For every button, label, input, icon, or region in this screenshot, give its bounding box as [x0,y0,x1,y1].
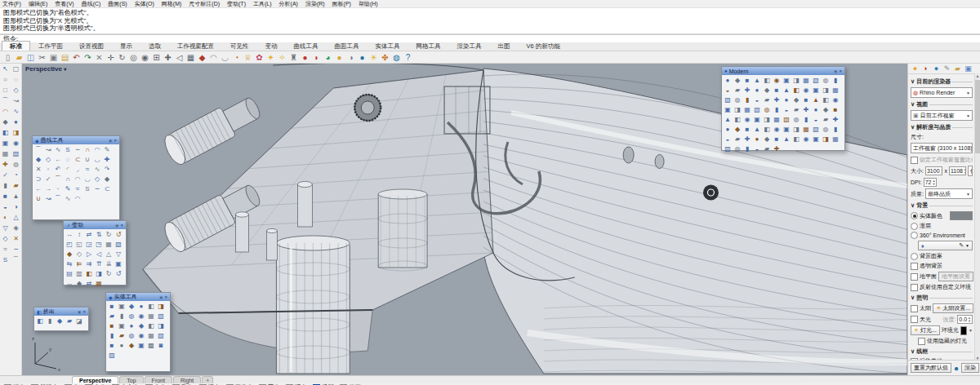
panel-tab[interactable]: ▣ [964,64,973,73]
tool-icon[interactable]: ▦ [831,86,840,95]
tool-icon[interactable]: ● [117,341,127,351]
tool-icon[interactable]: ◆ [821,105,831,115]
tool-icon[interactable]: ◆ [136,321,146,331]
hidden-lights-row[interactable]: 使用隐藏的灯光 [918,337,973,345]
tool-icon[interactable]: ↺ [114,230,123,240]
tool-icon[interactable]: ◐ [0,212,11,223]
toolbar-icon[interactable]: ✧ [277,52,287,63]
tool-icon[interactable]: ◍ [11,159,21,170]
tool-icon[interactable]: ◠ [92,145,102,155]
tool-icon[interactable]: ▮ [117,312,127,321]
tool-icon[interactable]: ◆ [791,95,801,105]
tool-icon[interactable]: ▨ [107,351,117,361]
toolbar-icon[interactable]: ✚ [163,52,173,63]
tool-icon[interactable]: ◈ [11,223,21,233]
tool-icon[interactable]: ⇄ [84,230,94,240]
tool-icon[interactable]: ◪ [74,316,84,326]
tool-icon[interactable]: ◧ [762,76,772,86]
menu-item[interactable]: 文件(F) [2,0,21,8]
menu-item[interactable]: 尺寸标注(D) [189,0,220,8]
tool-icon[interactable]: ▦ [772,115,782,125]
gradient-option[interactable]: 渐层 [911,222,973,230]
tool-icon[interactable]: ◨ [821,86,831,95]
tool-icon[interactable]: ↔ [65,279,74,289]
tool-icon[interactable]: ✎ [102,145,112,155]
tool-icon[interactable]: ⇇ [74,259,84,269]
tool-icon[interactable]: ◧ [84,269,94,279]
palette-gear-icon[interactable]: ✳ [108,138,112,144]
skylight-row[interactable]: 天光 强度: 0.0▲▼ [911,315,973,324]
perspective-viewport[interactable]: Perspective ▾ xyz ◆ 曲线工具 ✳ × ⌒↝∿S∼∩◠✎◆◇←… [22,64,907,375]
tool-icon[interactable]: ● [752,86,762,95]
toolbar-tab[interactable]: 网格工具 [408,41,449,51]
tool-icon[interactable]: ▦ [742,105,752,115]
tool-icon[interactable]: ◡ [82,175,92,184]
toolbar-icon[interactable]: ◑ [345,52,356,63]
tool-icon[interactable]: ✚ [0,159,11,170]
tool-icon[interactable]: ∿ [53,145,63,155]
tool-icon[interactable]: ◧ [791,86,801,95]
tool-icon[interactable]: ◉ [136,331,146,341]
tool-icon[interactable]: ■ [107,321,117,331]
tool-icon[interactable]: ◍ [733,95,742,105]
tool-icon[interactable]: ▦ [146,331,156,341]
tool-icon[interactable]: ▧ [11,148,21,159]
panel-tab[interactable]: ✎ [942,64,951,73]
tool-icon[interactable]: ▲ [11,191,21,201]
tool-icon[interactable]: ◆ [127,302,136,312]
tool-icon[interactable]: ↝ [43,145,53,155]
viewport-title[interactable]: Perspective ▾ [25,65,66,73]
tool-icon[interactable]: ▲ [723,115,733,125]
tool-icon[interactable]: ◳ [94,240,104,250]
toolbar-icon[interactable]: ◆ [197,52,207,63]
tool-icon[interactable]: ⇊ [104,259,114,269]
section-current-renderer[interactable]: ∨ 目前的渲染器 [911,77,973,86]
toolbar-icon[interactable]: ● [334,52,345,63]
tool-icon[interactable]: ▰ [821,115,831,125]
tool-icon[interactable]: ≈ [82,165,92,175]
tool-icon[interactable]: ◆ [55,316,65,326]
tool-icon[interactable]: ◨ [156,321,166,331]
tool-icon[interactable]: ✎ [63,184,73,194]
toolbar-icon[interactable]: ▦ [185,52,196,63]
section-resolution[interactable]: ∨ 解析度与品质 [911,123,973,131]
tool-icon[interactable]: ◁ [94,250,104,259]
edit-icon[interactable]: ✎ [959,242,964,249]
toolbar-icon[interactable]: ☀ [368,52,379,63]
tool-icon[interactable]: ◨ [94,269,104,279]
toolbar-icon[interactable]: ◉ [140,52,150,63]
tool-icon[interactable]: ⇈ [94,259,104,269]
viewport-tab[interactable]: + [202,376,213,383]
tool-icon[interactable]: ▰ [762,95,772,105]
toolbar-icon[interactable]: ◎ [128,52,139,63]
backdrop-color-swatch[interactable] [950,211,973,220]
tool-icon[interactable]: ◉ [11,138,21,148]
panel-tab[interactable]: ◗ [921,64,930,73]
panel-scrollbar[interactable]: ▲▼ [974,73,980,361]
tool-icon[interactable]: ∿ [92,165,102,175]
menu-item[interactable]: 编辑(E) [29,0,47,8]
panel-tab[interactable]: ● [911,64,920,73]
tool-icon[interactable]: ◍ [791,115,801,125]
size-select[interactable]: 工作视窗 (3100 x 1108) ▼ [911,143,973,153]
lock-ratio-checkbox[interactable] [911,157,918,164]
radio-environment[interactable] [911,232,918,239]
toolbar-icon[interactable]: ↻ [117,52,127,63]
tool-icon[interactable]: ◉ [772,76,782,86]
toolbar-icon[interactable]: ? [403,52,413,63]
palette-close-icon[interactable]: × [164,294,167,299]
tool-icon[interactable]: ∿ [11,106,21,117]
viewport-tab[interactable]: Front [145,376,172,383]
tool-icon[interactable]: ✚ [772,144,782,154]
toolbar-icon[interactable]: ◗ [311,52,322,63]
toolbar-icon[interactable]: ✦ [265,52,276,63]
toolbar-tab[interactable]: 选取 [140,41,169,51]
toolbar-tab[interactable]: 可见性 [222,41,257,51]
transparent-bg-row[interactable]: 透明背景 [911,262,973,270]
tool-icon[interactable]: ▣ [117,302,127,312]
viewport-tab[interactable]: Top [119,376,143,383]
tool-icon[interactable]: ⊂ [102,184,112,194]
tool-icon[interactable]: ✚ [801,105,811,115]
viewport-tab[interactable]: Right [173,376,201,383]
tool-icon[interactable]: ◧ [146,321,156,331]
